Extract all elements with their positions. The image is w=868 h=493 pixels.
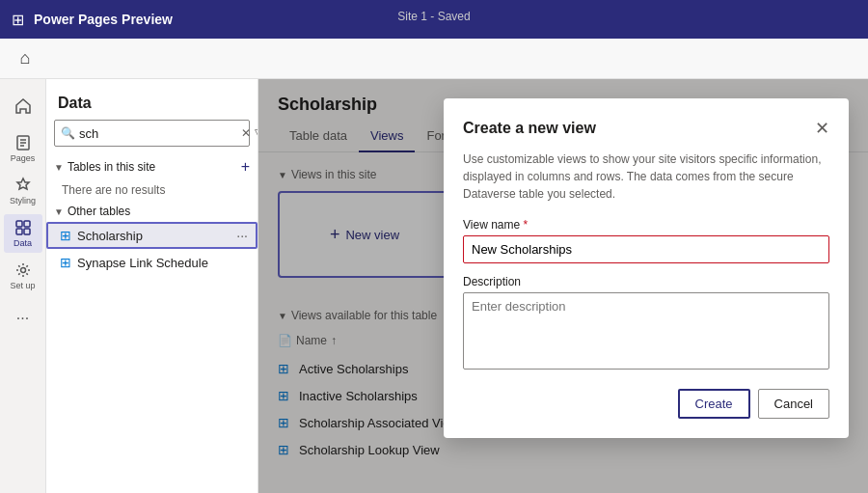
table-item-synapse-label: Synapse Link Schedule	[77, 256, 248, 270]
table-item-more-icon[interactable]: ···	[236, 228, 248, 243]
sidebar-item-setup[interactable]: Set up	[4, 257, 42, 295]
no-results-text: There are no results	[46, 179, 258, 201]
svg-rect-7	[24, 229, 30, 234]
view-name-input[interactable]	[463, 235, 829, 263]
sidebar-item-pages[interactable]: Pages	[4, 129, 42, 168]
description-label: Description	[463, 275, 829, 288]
search-clear-icon[interactable]: ✕	[241, 126, 251, 140]
view-name-label: View name	[463, 218, 829, 232]
main-layout: Pages Styling Data Set up ··· Data 🔍 ✕ ▽	[0, 79, 868, 493]
table-item-scholarship[interactable]: ⊞ Scholarship ···	[46, 222, 258, 249]
search-icon: 🔍	[61, 126, 75, 140]
sidebar-item-styling[interactable]: Styling	[4, 172, 42, 210]
data-panel: Data 🔍 ✕ ▽ ▼ Tables in this site + There…	[46, 79, 258, 493]
svg-rect-6	[16, 229, 22, 234]
other-tables-label: Other tables	[68, 205, 130, 218]
modal-close-button[interactable]: ✕	[815, 118, 829, 139]
cancel-button[interactable]: Cancel	[758, 389, 829, 419]
main-content: Scholarship Table data Views Forms ▼ Vie…	[258, 79, 868, 493]
search-row: 🔍 ✕ ▽	[54, 120, 250, 147]
topbar: ⊞ Power Pages Preview Site 1 - Saved	[0, 0, 868, 39]
table-item-synapse[interactable]: ⊞ Synapse Link Schedule	[46, 249, 258, 276]
search-input[interactable]	[79, 126, 241, 141]
data-panel-title: Data	[46, 79, 258, 120]
site-status: Site 1 - Saved	[397, 10, 470, 23]
sidebar-item-data[interactable]: Data	[4, 214, 42, 253]
modal-footer: Create Cancel	[463, 389, 829, 419]
sidebar-pages-label: Pages	[11, 153, 36, 163]
create-button[interactable]: Create	[678, 389, 750, 419]
icon-sidebar: Pages Styling Data Set up ···	[0, 79, 46, 493]
navbar: ⌂	[0, 39, 868, 79]
sidebar-setup-label: Set up	[10, 281, 35, 290]
modal-title: Create a new view	[463, 120, 596, 137]
app-title: Power Pages Preview	[34, 12, 173, 27]
sidebar-styling-label: Styling	[10, 196, 36, 205]
create-view-modal: Create a new view ✕ Use customizable vie…	[444, 98, 849, 438]
tables-in-site-section[interactable]: ▼ Tables in this site +	[46, 154, 258, 179]
svg-rect-4	[16, 221, 22, 227]
grid-icon: ⊞	[12, 11, 24, 29]
sidebar-item-more[interactable]: ···	[4, 299, 42, 338]
table-item-scholarship-label: Scholarship	[77, 229, 236, 243]
chevron-down-icon: ▼	[54, 162, 64, 173]
description-textarea[interactable]	[463, 292, 829, 370]
tables-in-site-label: Tables in this site	[68, 160, 155, 174]
table-grid-icon: ⊞	[60, 228, 71, 243]
add-table-button[interactable]: +	[241, 158, 250, 176]
sidebar-data-label: Data	[14, 238, 32, 248]
home-nav-button[interactable]: ⌂	[8, 41, 42, 76]
modal-header: Create a new view ✕	[463, 118, 829, 139]
modal-description: Use customizable views to show your site…	[463, 151, 829, 203]
svg-point-8	[20, 268, 25, 273]
other-tables-section[interactable]: ▼ Other tables	[46, 201, 258, 222]
modal-overlay: Create a new view ✕ Use customizable vie…	[258, 79, 868, 493]
other-chevron-down-icon: ▼	[54, 206, 64, 217]
svg-rect-5	[24, 221, 30, 227]
table-grid-icon-2: ⊞	[60, 255, 71, 270]
sidebar-item-home[interactable]	[4, 87, 42, 125]
